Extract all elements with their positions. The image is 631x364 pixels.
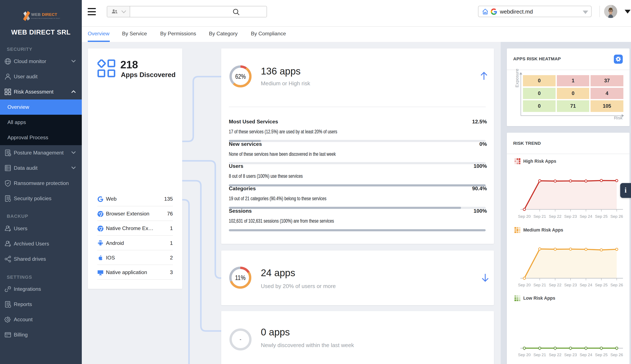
svg-text:Sep 24: Sep 24 [580,214,592,218]
svg-text:Sep 24: Sep 24 [580,352,592,357]
svg-text:Sep 26: Sep 26 [610,283,623,287]
svg-text:BUSINESS RELATIONSHIP BASED ON: BUSINESS RELATIONSHIP BASED ON TRUST [31,18,60,19]
svg-text:Sep 22: Sep 22 [549,352,561,357]
svg-text:Sep 20: Sep 20 [518,214,531,218]
svg-text:Sep 25: Sep 25 [595,352,608,357]
svg-text:11%: 11% [235,274,246,282]
svg-text:-: - [240,336,241,342]
svg-text:WEB DIRECT: WEB DIRECT [31,12,57,17]
svg-text:Sep 21: Sep 21 [533,352,546,357]
svg-text:Sep 20: Sep 20 [518,352,531,357]
svg-text:Sep 26: Sep 26 [610,352,623,357]
svg-text:Sep 26: Sep 26 [610,214,623,218]
svg-text:Sep 23: Sep 23 [564,283,577,287]
svg-text:Sep 22: Sep 22 [549,283,561,287]
svg-text:Sep 22: Sep 22 [549,214,561,218]
svg-text:62%: 62% [235,73,246,80]
svg-text:Sep 23: Sep 23 [564,214,577,218]
svg-text:Sep 25: Sep 25 [595,283,608,287]
svg-text:Sep 24: Sep 24 [580,283,592,287]
svg-text:Sep 25: Sep 25 [595,214,608,218]
svg-text:Sep 20: Sep 20 [518,283,531,287]
svg-text:Sep 21: Sep 21 [533,214,546,218]
svg-text:Sep 23: Sep 23 [564,352,577,357]
svg-text:Sep 21: Sep 21 [533,283,546,287]
